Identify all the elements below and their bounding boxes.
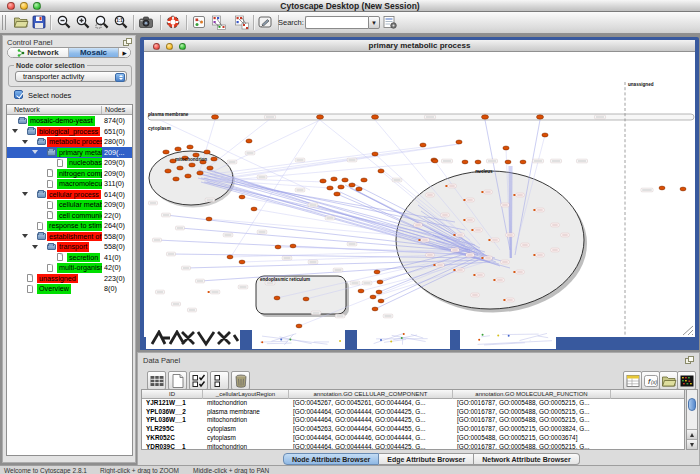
table-row-ykr052c[interactable]: YKR052Ccytoplasm[GO:0044464, GO:0044446,… [142,434,684,443]
save-button[interactable] [31,14,49,32]
vizmapper-button[interactable] [257,14,275,32]
graph-node[interactable] [239,260,245,264]
tree-row-cellular-metabol[interactable]: cellular metabol209(0) [7,200,132,211]
table-row-ydr039c__1[interactable]: YDR039C__1mitochondrion[GO:0044464, GO:0… [142,443,684,451]
unselect-attributes-button[interactable] [210,371,229,390]
graph-node[interactable] [358,289,364,293]
search-input[interactable] [305,16,368,29]
open-button[interactable] [13,14,31,32]
tab-overflow-arrow[interactable]: ▶ [119,48,130,57]
graph-node[interactable] [378,299,384,303]
graph-node[interactable] [177,166,183,170]
expand-arrow-icon[interactable] [22,192,28,196]
graph-node[interactable] [317,115,324,119]
network-close-button[interactable] [153,43,160,50]
table-row-ylr295c[interactable]: YLR295Ccytoplasm[GO:0045263, GO:0044464,… [142,425,684,434]
graph-node[interactable] [372,307,378,311]
graph-node[interactable] [349,183,355,187]
scroll-down-arrow[interactable] [687,439,697,449]
matrix-view-button[interactable] [677,371,696,390]
table-scrollbar[interactable] [686,389,698,450]
tree-row-nitrogen-compo[interactable]: nitrogen compo209(0) [7,168,132,179]
table-column-header[interactable]: _cellularLayoutRegion [203,390,289,399]
graph-node[interactable] [334,192,340,196]
graph-node[interactable] [680,187,686,191]
window-resize-grip[interactable] [681,325,694,336]
tree-row-primary-metabo[interactable]: primary metabo209(... [7,147,132,158]
graph-node[interactable] [207,166,213,170]
import-attributes-button[interactable] [659,371,678,390]
select-attributes-button[interactable] [189,371,208,390]
graph-node[interactable] [185,174,191,178]
graph-node[interactable] [320,179,326,183]
graph-node[interactable] [239,195,245,199]
select-nodes-checkbox[interactable] [14,90,23,99]
search-dropdown-arrow-icon[interactable]: ▼ [368,16,380,29]
minimize-button[interactable] [20,2,28,10]
expand-arrow-icon[interactable] [22,234,28,238]
zoom-selected-button[interactable] [94,14,112,32]
table-row-ypl036w__1[interactable]: YPL036W__1mitochondrion[GO:0044464, GO:0… [142,416,684,425]
tree-row-overview[interactable]: Overview8(0) [7,284,132,295]
graph-node[interactable] [376,290,382,294]
graph-node[interactable] [356,187,362,191]
graph-node[interactable] [338,185,344,189]
expand-arrow-icon[interactable] [12,129,18,133]
tab-node-attribute-browser[interactable]: Node Attribute Browser [283,453,379,465]
expand-arrow-icon[interactable] [32,150,38,154]
network-window-titlebar[interactable]: primary metabolic process [144,40,695,52]
network-canvas[interactable]: plasma membranecytoplasmmitochondrionnuc… [144,52,695,337]
node-color-dropdown[interactable]: transporter activity [15,71,127,82]
tree-row-unassigned[interactable]: unassigned223(0) [7,273,132,284]
graph-node[interactable] [374,270,380,274]
graph-node[interactable] [456,140,462,144]
graph-node[interactable] [206,217,212,221]
graph-node[interactable] [361,178,367,182]
graph-node[interactable] [212,115,219,119]
graph-node[interactable] [275,245,281,249]
tree-row-secretion[interactable]: secretion41(0) [7,252,132,263]
graph-node[interactable] [165,169,171,173]
tab-edge-attribute-browser[interactable]: Edge Attribute Browser [379,453,474,465]
graph-node[interactable] [372,152,378,156]
data-panel-float-icon[interactable] [685,356,694,364]
graph-node[interactable] [290,244,296,248]
table-row-ypl036w__2[interactable]: YPL036W__2plasma membrane[GO:0044464, GO… [142,408,684,417]
network-minimize-button[interactable] [166,43,173,50]
graph-node[interactable] [342,178,348,182]
attribute-table-button[interactable] [147,371,166,390]
scrollbar-thumb[interactable] [688,398,696,411]
tab-mosaic[interactable]: Mosaic [69,48,119,57]
graph-node[interactable] [475,160,481,164]
attribute-list-button[interactable] [623,371,642,390]
tree-row-transport[interactable]: transport558(0) [7,242,132,253]
search-config-button[interactable] [382,14,400,32]
graph-node[interactable] [462,160,468,164]
graph-node[interactable] [542,133,548,137]
graph-node[interactable] [197,171,203,175]
table-column-header[interactable]: annotation.GO CELLULAR_COMPONENT [289,390,453,399]
float-panel-icon[interactable] [123,38,132,46]
tree-row-response-to-stimul[interactable]: response to stimul264(0) [7,221,132,232]
graph-node[interactable] [251,207,257,211]
graph-node[interactable] [187,145,193,149]
close-button[interactable] [7,2,15,10]
network-tree-header[interactable]: Network Nodes [7,105,132,115]
graph-node[interactable] [520,160,526,164]
graph-node[interactable] [482,115,489,119]
tree-row-cellular-process[interactable]: cellular process614(0) [7,189,132,200]
import-network-2-button[interactable] [234,14,252,32]
graph-node[interactable] [227,255,233,259]
graph-node[interactable] [173,177,179,181]
zoom-out-button[interactable] [56,14,74,32]
graph-node[interactable] [175,147,181,151]
zoom-in-button[interactable] [75,14,93,32]
graph-node[interactable] [204,150,210,154]
formula-builder-button[interactable]: f(x) [641,371,660,390]
help-ring-button[interactable] [165,14,183,32]
tree-row-metabolic-process[interactable]: metabolic process280(0) [7,137,132,148]
network-zoom-button[interactable] [179,43,186,50]
snapshot-button[interactable] [138,14,156,32]
graph-node[interactable] [331,177,337,181]
delete-attribute-button[interactable] [231,371,250,390]
